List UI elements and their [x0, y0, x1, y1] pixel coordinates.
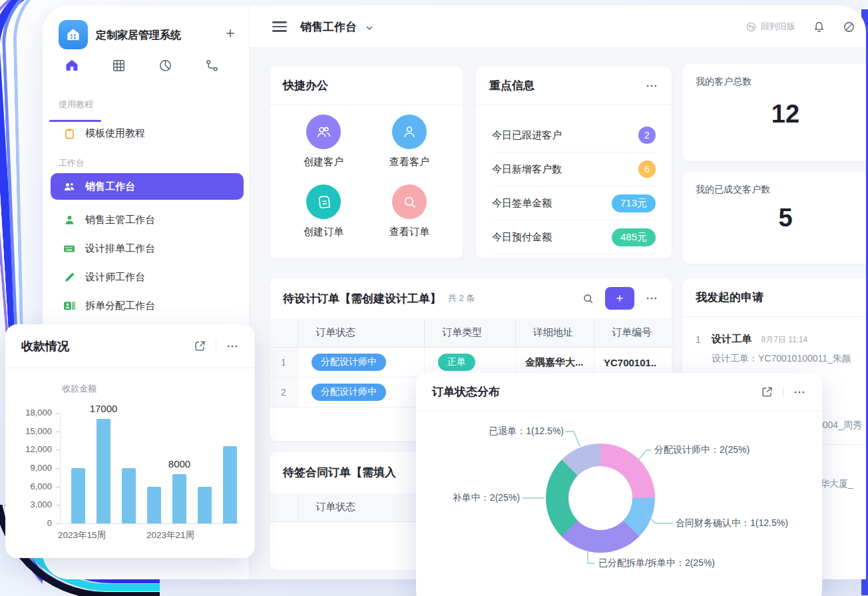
column-header[interactable]: 订单状态 [298, 493, 425, 521]
add-app-button[interactable] [222, 25, 238, 41]
bar[interactable] [97, 419, 110, 523]
x-axis-line [60, 523, 241, 524]
index-column-header [270, 318, 298, 347]
key-info-card: 重点信息 今日已跟进客户 2 今日新增客户数 6 今日签单金额 713元 [476, 67, 672, 258]
action-label: 创建客户 [294, 156, 353, 168]
action-view-customer[interactable]: 查看客户 [379, 115, 439, 168]
bar[interactable] [198, 487, 212, 523]
action-create-order[interactable]: 创建订单 [294, 184, 353, 238]
row-count: 共 2 条 [448, 292, 475, 304]
hamburger-menu-icon[interactable] [272, 21, 287, 32]
divider [783, 387, 783, 398]
column-header[interactable]: 订单类型 [425, 318, 516, 347]
amount-badge: 713元 [612, 194, 656, 212]
sidebar-item-tutorial[interactable]: 模板使用教程 [51, 120, 244, 147]
application-desc-fragment: 华大厦_ [820, 478, 853, 490]
sidebar-tabs [43, 53, 250, 80]
ellipsis-icon[interactable] [793, 386, 806, 399]
sidebar-item-design-scheduling[interactable]: 设计排单工作台 [51, 235, 244, 262]
workflow-icon [204, 58, 220, 73]
workspace-title: 销售工作台 [300, 19, 357, 35]
pie-slice-label: 补单中：2(25%) [429, 492, 520, 504]
app-logo[interactable] [59, 20, 88, 49]
count-badge: 6 [638, 160, 656, 178]
stat-value: 5 [682, 204, 866, 232]
chevron-down-icon[interactable] [364, 23, 375, 33]
home-icon [64, 57, 80, 73]
document-icon [306, 184, 341, 219]
key-info-label: 今日新增客户数 [492, 163, 562, 176]
back-to-old-version-button[interactable]: 回到旧版 [746, 21, 795, 33]
donut-hole [568, 466, 632, 530]
count-badge: 2 [638, 127, 656, 144]
tab-analytics[interactable] [156, 56, 174, 75]
bar[interactable] [172, 474, 186, 523]
application-desc-fragment: 0004_周秀 [817, 420, 862, 432]
card-header: 快捷办公 [270, 67, 463, 105]
person-icon [63, 213, 76, 226]
stat-card-closed-customers: 我的已成交客户数 5 [682, 172, 866, 264]
x-tick-label: 2023年21周 [127, 529, 214, 541]
compass-icon[interactable] [843, 21, 855, 33]
ellipsis-icon[interactable] [645, 79, 658, 93]
bar[interactable] [122, 468, 136, 523]
external-link-icon[interactable] [761, 386, 773, 398]
pie-slice-label: 分配设计师中：2(25%) [654, 444, 750, 456]
tab-apps[interactable] [109, 56, 128, 75]
card-title: 我发起的申请 [696, 290, 763, 305]
bar[interactable] [147, 487, 161, 523]
team-icon [63, 180, 76, 193]
key-info-label: 今日签单金额 [492, 197, 552, 210]
search-icon[interactable] [582, 292, 594, 305]
status-pill: 分配设计师中 [312, 384, 386, 401]
tab-home[interactable] [63, 56, 81, 75]
x-tick-label: 2023年15周 [39, 529, 125, 541]
app-title: 定制家居管理系统 [96, 29, 181, 43]
key-info-row: 今日签单金额 713元 [492, 186, 656, 220]
key-info-row: 今日已跟进客户 2 [492, 119, 656, 152]
topbar-actions: 回到旧版 [746, 5, 855, 48]
clipboard-icon [63, 127, 76, 140]
add-order-button[interactable] [605, 287, 634, 310]
card-title: 待签合同订单【需填入 [283, 465, 396, 480]
action-label: 查看客户 [379, 156, 439, 168]
column-header[interactable]: 订单编号 [594, 318, 672, 347]
y-tick-label: 15,000 [5, 426, 52, 436]
order-status-distribution-card: 订单状态分布 已退单：1(12.5%) 分配设计师中：2(25%) 合同财务确认… [416, 373, 822, 596]
screenshot-stage: 定制家居管理系统 [0, 0, 868, 596]
team-icon [306, 115, 341, 149]
y-tick-mark [56, 468, 60, 469]
bar[interactable] [223, 446, 237, 523]
application-desc: 设计工单：YC70010100011_朱颜 [712, 353, 863, 365]
card-header: 订单状态分布 [416, 373, 822, 412]
column-header[interactable]: 订单状态 [298, 318, 425, 347]
y-tick-mark [56, 487, 60, 487]
action-view-order[interactable]: 查看订单 [379, 184, 439, 238]
stat-value: 12 [682, 100, 866, 129]
payment-bar-plot: 2023年15周 2023年21周 18,00015,00012,0009,00… [5, 324, 255, 558]
action-create-customer[interactable]: 创建客户 [294, 115, 353, 168]
pencil-icon [63, 270, 76, 284]
list-item[interactable]: 设计工单 8月7日 11:14 [712, 333, 807, 346]
bell-icon[interactable] [813, 21, 825, 33]
card-title: 订单状态分布 [432, 384, 500, 400]
table-header-row: 订单状态 订单类型 详细地址 订单编号 [270, 318, 672, 348]
quick-office-card: 快捷办公 创建客户 查看客户 创建订单 [270, 67, 463, 258]
tab-workflow[interactable] [202, 56, 221, 75]
sidebar-item-sales-workbench[interactable]: 销售工作台 [51, 173, 244, 200]
row-index: 2 [270, 378, 298, 407]
bar[interactable] [71, 468, 85, 523]
sidebar-item-sales-manager[interactable]: 销售主管工作台 [51, 206, 244, 233]
sidebar-item-designer[interactable]: 设计师工作台 [51, 264, 244, 290]
column-header[interactable]: 详细地址 [516, 318, 594, 347]
card-title: 快捷办公 [283, 78, 328, 93]
pie-slice-label: 已退单：1(12.5%) [459, 426, 564, 438]
sidebar-item-split-allocation[interactable]: 拆单分配工作台 [51, 292, 244, 319]
y-tick-mark [56, 505, 60, 505]
sidebar-item-label: 模板使用教程 [85, 127, 145, 140]
ellipsis-icon[interactable] [645, 292, 658, 305]
card-header: 待设计订单【需创建设计工单】 共 2 条 [270, 278, 672, 318]
bar-data-label: 8000 [153, 458, 206, 469]
y-tick-mark [56, 432, 60, 432]
search-icon [392, 184, 427, 219]
